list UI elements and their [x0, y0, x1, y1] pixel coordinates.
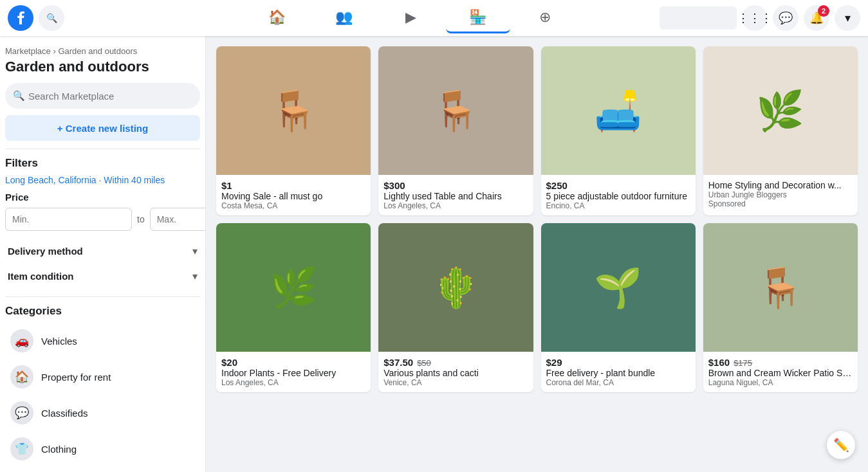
category-name: Classifieds [41, 408, 88, 419]
card-location: Los Angeles, CA [221, 378, 365, 387]
main-content: 🪑 $1 Moving Sale - all must go Costa Mes… [206, 36, 868, 472]
edit-fab-button[interactable]: ✏️ [827, 431, 855, 459]
facebook-logo[interactable] [8, 5, 33, 31]
location-filter[interactable]: Long Beach, California · Within 40 miles [5, 175, 200, 185]
nav-notifications-button[interactable]: 🔔 2 [804, 5, 829, 31]
listing-card-4[interactable]: 🌿 $20 Indoor Plants - Free Delivery Los … [216, 223, 371, 392]
card-price-row: $160$175 [708, 357, 853, 368]
nav-account-button[interactable]: ▾ [835, 5, 860, 31]
card-title: Free delivery - plant bundle [546, 368, 690, 378]
card-image: 🪑 [378, 46, 533, 175]
price-to-label: to [137, 214, 145, 224]
card-location: Costa Mesa, CA [221, 201, 365, 210]
card-image: 🪑 [216, 46, 371, 175]
nav-right: ⋮⋮⋮ 💬 🔔 2 ▾ [660, 5, 860, 31]
card-image: 🌱 [541, 223, 696, 352]
price-row: to [5, 208, 200, 231]
card-location: Corona del Mar, CA [546, 378, 690, 387]
card-info: $160$175 Brown and Cream Wicker Patio Se… [703, 352, 858, 392]
card-image: 🌿 [216, 223, 371, 352]
delivery-method-label: Delivery method [8, 246, 83, 257]
category-name: Vehicles [41, 336, 77, 347]
card-price-row: $300 [383, 180, 528, 191]
price-min-input[interactable] [5, 208, 132, 231]
card-original-price: $175 [734, 358, 752, 368]
card-price-row: $20 [221, 357, 365, 368]
card-info: $20 Indoor Plants - Free Delivery Los An… [216, 352, 371, 392]
nav-grid-button[interactable]: ⋮⋮⋮ [742, 5, 768, 31]
card-price-row: $250 [546, 180, 690, 191]
nav-marketplace[interactable]: 🏪 [446, 3, 510, 33]
sidebar: Marketplace › Garden and outdoors Garden… [0, 36, 206, 472]
card-location: Laguna Niguel, CA [708, 378, 853, 387]
listing-card-5[interactable]: 🌵 $37.50$50 Various plants and cacti Ven… [378, 223, 533, 392]
chevron-down-icon: ▾ [192, 245, 198, 257]
card-info: $250 5 piece adjustable outdoor furnitur… [541, 175, 696, 215]
category-name: Property for rent [41, 372, 111, 383]
listing-card-7[interactable]: 🪑 $160$175 Brown and Cream Wicker Patio … [703, 223, 858, 392]
card-title: Home Styling and Decoration w... [708, 180, 853, 190]
divider-2 [5, 296, 200, 297]
card-location: Venice, CA [383, 378, 528, 387]
category-icon: 🏠 [10, 365, 33, 388]
card-info: $1 Moving Sale - all must go Costa Mesa,… [216, 175, 371, 215]
card-info: $37.50$50 Various plants and cacti Venic… [378, 352, 533, 392]
card-image: 🌿 [703, 46, 858, 175]
nav-messenger-button[interactable]: 💬 [773, 5, 799, 31]
nav-home[interactable]: 🏠 [245, 3, 309, 33]
filters-label: Filters [5, 157, 200, 170]
category-item-electronics[interactable]: 📱 Electronics [5, 467, 200, 472]
breadcrumb-marketplace-link[interactable]: Marketplace [5, 46, 51, 56]
card-subtitle: Urban Jungle Bloggers [708, 190, 853, 199]
card-image: 🌵 [378, 223, 533, 352]
card-title: 5 piece adjustable outdoor furniture [546, 191, 690, 201]
card-price: $250 [546, 180, 568, 191]
breadcrumb: Marketplace › Garden and outdoors [5, 46, 200, 56]
nav-friends[interactable]: 👥 [312, 3, 376, 33]
card-price: $300 [383, 180, 405, 191]
category-item-property-for-rent[interactable]: 🏠 Property for rent [5, 359, 200, 395]
chevron-down-icon-2: ▾ [192, 270, 198, 282]
divider-1 [5, 149, 200, 149]
nav-groups[interactable]: ⊕ [513, 3, 577, 33]
listing-card-0[interactable]: 🪑 $1 Moving Sale - all must go Costa Mes… [216, 46, 371, 215]
card-price-row: $29 [546, 357, 690, 368]
nav-center: 🏠 👥 ▶ 🏪 ⊕ [162, 3, 660, 33]
listing-card-3[interactable]: 🌿 Home Styling and Decoration w... Urban… [703, 46, 858, 215]
category-name: Clothing [41, 444, 77, 455]
breadcrumb-separator: › [51, 46, 59, 56]
nav-profile-placeholder [660, 6, 737, 30]
card-original-price: $50 [417, 358, 431, 368]
card-price: $29 [546, 357, 562, 368]
delivery-method-filter[interactable]: Delivery method ▾ [5, 239, 200, 264]
categories-label: Categories [5, 305, 200, 318]
card-price-row: $1 [221, 180, 365, 191]
card-title: Brown and Cream Wicker Patio Set with De… [708, 368, 853, 378]
nav-watch[interactable]: ▶ [379, 3, 443, 33]
item-condition-filter[interactable]: Item condition ▾ [5, 264, 200, 289]
card-sponsored-label: Sponsored [708, 199, 853, 208]
search-wrapper: 🔍 [5, 83, 200, 109]
category-item-classifieds[interactable]: 💬 Classifieds [5, 395, 200, 431]
price-max-input[interactable] [150, 208, 206, 231]
search-input[interactable] [5, 83, 200, 109]
category-item-clothing[interactable]: 👕 Clothing [5, 431, 200, 467]
price-label: Price [5, 192, 200, 203]
category-item-vehicles[interactable]: 🚗 Vehicles [5, 323, 200, 359]
breadcrumb-current: Garden and outdoors [58, 46, 137, 56]
search-icon: 🔍 [13, 90, 25, 102]
card-info: $29 Free delivery - plant bundle Corona … [541, 352, 696, 392]
card-info: $300 Lightly used Table and Chairs Los A… [378, 175, 533, 215]
search-icon: 🔍 [46, 13, 57, 23]
listing-card-2[interactable]: 🛋️ $250 5 piece adjustable outdoor furni… [541, 46, 696, 215]
card-price: $1 [221, 180, 232, 191]
card-title: Moving Sale - all must go [221, 191, 365, 201]
listing-card-1[interactable]: 🪑 $300 Lightly used Table and Chairs Los… [378, 46, 533, 215]
create-listing-button[interactable]: + Create new listing [5, 115, 200, 141]
page-title: Garden and outdoors [5, 59, 200, 75]
listing-card-6[interactable]: 🌱 $29 Free delivery - plant bundle Coron… [541, 223, 696, 392]
item-condition-label: Item condition [8, 271, 74, 282]
nav-search-button[interactable]: 🔍 [39, 5, 64, 31]
categories-list: 🚗 Vehicles 🏠 Property for rent 💬 Classif… [5, 323, 200, 472]
card-image: 🛋️ [541, 46, 696, 175]
